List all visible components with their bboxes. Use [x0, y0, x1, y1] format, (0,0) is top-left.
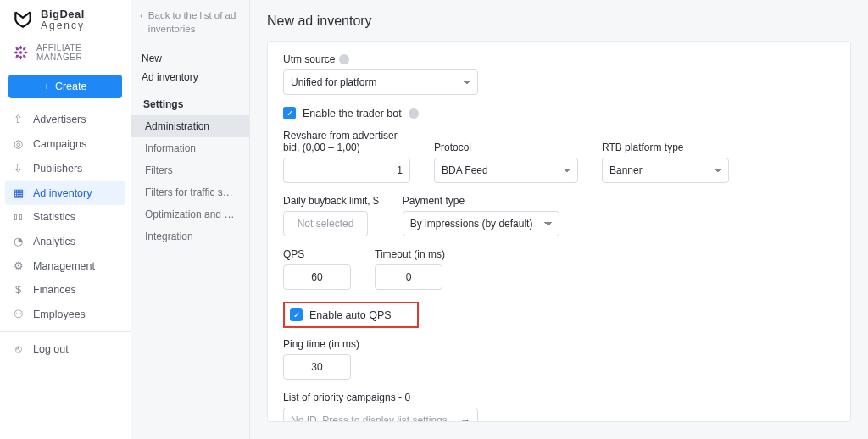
back-link[interactable]: ‹Back to the list of ad inventories	[131, 8, 249, 44]
nav-publishers[interactable]: ⇩Publishers	[0, 156, 131, 181]
qps-input[interactable]	[283, 264, 351, 290]
nav-logout[interactable]: ⎋Log out	[0, 337, 131, 361]
trader-checkbox[interactable]: ✓	[283, 107, 296, 119]
brand-logo: BigDealAgency	[0, 0, 131, 36]
bars-icon: ⫾⫾	[12, 211, 25, 223]
info-icon[interactable]	[409, 108, 419, 119]
nav-ad-inventory[interactable]: ▦Ad inventory	[5, 181, 125, 205]
role-label: AFFILIATE MANAGER	[36, 43, 119, 62]
ping-label: Ping time (in ms)	[283, 338, 835, 350]
secondary-sidebar: ‹Back to the list of ad inventories New …	[131, 0, 250, 439]
dollar-icon: $	[12, 284, 25, 296]
brand-line1: BigDeal	[41, 8, 85, 20]
group-adinv: Ad inventory	[131, 68, 249, 92]
payment-label: Payment type	[403, 195, 559, 207]
payment-select[interactable]: By impressions (by default)	[403, 211, 559, 236]
daily-label: Daily buyback limit, $	[283, 195, 379, 207]
create-button[interactable]: +Create	[8, 75, 122, 98]
qps-label: QPS	[283, 248, 351, 260]
people-icon: ⚇	[12, 308, 25, 320]
sidebar-divider	[0, 331, 131, 332]
pie-icon: ◔	[12, 235, 25, 247]
sub-filters[interactable]: Filters	[131, 159, 249, 181]
role-tag: AFFILIATE MANAGER	[0, 36, 131, 69]
trader-label: Enable the trader bot	[303, 108, 402, 119]
nav-campaigns[interactable]: ◎Campaigns	[0, 131, 131, 156]
ping-input[interactable]	[283, 354, 351, 380]
svg-point-0	[19, 51, 23, 54]
sub-administration[interactable]: Administration	[131, 115, 249, 137]
autoqps-checkbox[interactable]: ✓	[290, 308, 303, 321]
nav-employees[interactable]: ⚇Employees	[0, 302, 131, 326]
plus-icon: +	[44, 81, 50, 92]
rtb-label: RTB platform type	[602, 142, 729, 153]
priority-label: List of priority campaigns - 0	[283, 392, 835, 403]
form-panel: Utm source Unified for platform ✓ Enable…	[267, 41, 851, 422]
autoqps-highlight: ✓ Enable auto QPS	[283, 302, 419, 328]
sub-filters-traffic[interactable]: Filters for traffic sour…	[131, 181, 249, 203]
nav-advertisers[interactable]: ⇧Advertisers	[0, 107, 131, 131]
snowflake-icon	[12, 42, 30, 63]
rtb-select[interactable]: Banner	[602, 158, 729, 183]
main-area: New ad inventory Utm source Unified for …	[250, 0, 868, 439]
logout-icon: ⎋	[12, 343, 25, 355]
nav-analytics[interactable]: ◔Analytics	[0, 229, 131, 253]
chevron-left-icon: ‹	[140, 8, 143, 22]
sub-optimization[interactable]: Optimization and rules	[131, 203, 249, 225]
grid-icon: ▦	[12, 186, 25, 199]
target-icon: ◎	[12, 137, 25, 150]
nav-statistics[interactable]: ⫾⫾Statistics	[0, 205, 131, 229]
protocol-label: Protocol	[434, 142, 578, 153]
revshare-label: Revshare from advertiser bid, (0,00 – 1,…	[283, 130, 410, 153]
protocol-select[interactable]: BDA Feed	[434, 158, 578, 183]
sub-integration[interactable]: Integration	[131, 225, 249, 247]
nav-finances[interactable]: $Finances	[0, 278, 131, 302]
sub-information[interactable]: Information	[131, 137, 249, 159]
arrow-right-icon: →	[460, 414, 470, 422]
primary-sidebar: BigDealAgency AFFILIATE MANAGER +Create …	[0, 0, 131, 439]
info-icon[interactable]	[339, 54, 349, 64]
settings-header: Settings	[131, 92, 249, 115]
priority-input[interactable]: No ID. Press to display list settings.→	[283, 408, 478, 422]
brand-line2: Agency	[41, 20, 85, 31]
download-icon: ⇩	[12, 162, 25, 175]
utm-select[interactable]: Unified for platform	[283, 69, 478, 95]
timeout-label: Timeout (in ms)	[375, 248, 445, 260]
group-new: New	[131, 44, 249, 68]
timeout-input[interactable]	[375, 264, 442, 290]
daily-input[interactable]	[283, 211, 368, 236]
gear-icon: ⚙	[12, 259, 25, 272]
autoqps-label: Enable auto QPS	[309, 309, 392, 321]
revshare-input[interactable]	[283, 158, 410, 183]
page-title: New ad inventory	[250, 0, 868, 41]
upload-icon: ⇧	[12, 113, 25, 125]
utm-label: Utm source	[283, 53, 835, 65]
nav-management[interactable]: ⚙Management	[0, 253, 131, 278]
logo-icon	[12, 8, 34, 31]
